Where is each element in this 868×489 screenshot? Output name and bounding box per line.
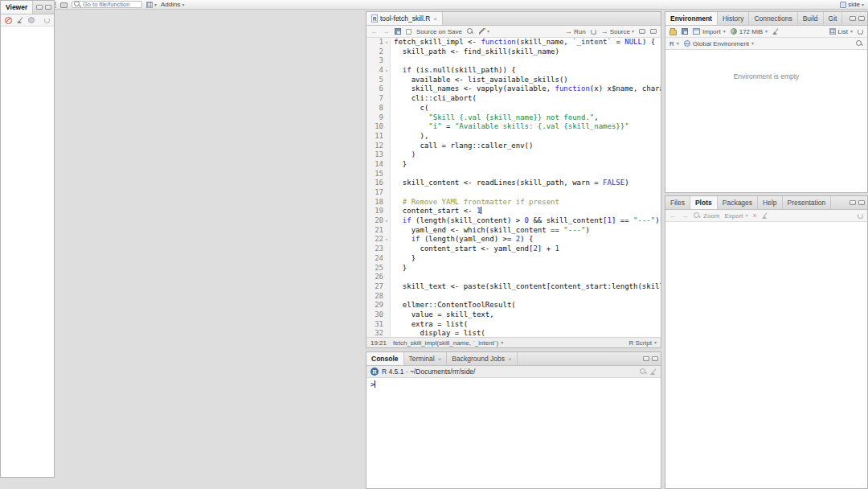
code-line[interactable]: fetch_skill_impl <- function(skill_name,… bbox=[394, 38, 661, 47]
code-line[interactable]: if (length(skill_content) > 0 && skill_c… bbox=[394, 216, 661, 226]
tab-presentation[interactable]: Presentation bbox=[783, 196, 832, 209]
code-line[interactable]: content_start <- 1 bbox=[394, 207, 661, 216]
tab-tool-fetch-skill[interactable]: R tool-fetch_skill.R × bbox=[366, 12, 443, 25]
code-line[interactable]: content_start <- yaml_end[2] + 1 bbox=[394, 244, 661, 254]
panes-layout-button[interactable]: ▾ bbox=[146, 2, 157, 8]
code-line[interactable]: if (is.null(skill_path)) { bbox=[394, 66, 661, 76]
line-number[interactable]: 17 bbox=[366, 188, 390, 198]
forward-icon[interactable]: → bbox=[383, 28, 390, 35]
line-number[interactable]: 20▾ bbox=[366, 216, 390, 226]
code-line[interactable] bbox=[394, 188, 661, 198]
code-line[interactable] bbox=[394, 273, 661, 282]
line-number[interactable]: 8 bbox=[366, 104, 390, 113]
back-icon[interactable]: ← bbox=[669, 212, 677, 220]
publish-icon[interactable] bbox=[28, 17, 35, 23]
scope-selector[interactable]: fetch_skill_impl(skill_name, `_intent`)▾ bbox=[393, 339, 503, 347]
line-number[interactable]: 21 bbox=[366, 226, 390, 236]
line-number[interactable]: 15 bbox=[366, 170, 390, 179]
code-line[interactable]: skill_content <- readLines(skill_path, w… bbox=[394, 179, 661, 188]
code-line[interactable]: display = list( bbox=[394, 329, 661, 337]
code-line[interactable]: value = skill_text, bbox=[394, 310, 661, 320]
broom-icon[interactable] bbox=[650, 368, 657, 375]
code-line[interactable]: skill_path <- find_skill(skill_name) bbox=[394, 47, 661, 57]
zoom-button[interactable]: Zoom bbox=[694, 212, 719, 220]
line-number[interactable]: 16 bbox=[366, 179, 390, 188]
line-number[interactable]: 25 bbox=[366, 264, 390, 273]
line-number[interactable]: 7 bbox=[366, 94, 390, 104]
import-dataset-button[interactable]: Import▾ bbox=[693, 28, 726, 35]
code-line[interactable]: } bbox=[394, 264, 661, 273]
minimize-pane-button[interactable] bbox=[643, 356, 649, 361]
search-icon[interactable] bbox=[856, 40, 863, 47]
code-line[interactable]: } bbox=[394, 160, 661, 170]
goto-file-input[interactable] bbox=[83, 1, 142, 8]
code-line[interactable]: if (length(yaml_end) >= 2) { bbox=[394, 235, 661, 244]
language-selector[interactable]: R▾ bbox=[669, 40, 679, 47]
code-line[interactable]: } bbox=[394, 254, 661, 264]
line-number[interactable]: 6 bbox=[366, 84, 390, 94]
line-number[interactable]: 24 bbox=[366, 254, 390, 264]
code-line[interactable]: available <- list_available_skills() bbox=[394, 76, 661, 85]
forward-icon[interactable]: → bbox=[682, 212, 689, 220]
tab-git[interactable]: Git bbox=[824, 12, 843, 25]
code-line[interactable]: cli::cli_abort( bbox=[394, 94, 661, 104]
refresh-icon[interactable] bbox=[858, 29, 863, 35]
console-output[interactable]: > bbox=[366, 378, 661, 488]
code-line[interactable]: ), bbox=[394, 132, 661, 142]
back-icon[interactable]: ← bbox=[371, 28, 378, 35]
maximize-pane-button[interactable] bbox=[858, 16, 865, 21]
close-tab-icon[interactable]: × bbox=[508, 355, 512, 363]
line-number[interactable]: 18 bbox=[366, 198, 390, 208]
minimize-pane-button[interactable] bbox=[850, 16, 856, 21]
tab-files[interactable]: Files bbox=[665, 196, 690, 209]
line-number[interactable]: 19 bbox=[366, 207, 390, 216]
tab-viewer[interactable]: Viewer bbox=[1, 1, 33, 14]
addins-button[interactable]: Addins▾ bbox=[161, 1, 184, 8]
close-tab-icon[interactable]: × bbox=[438, 355, 442, 363]
file-type-selector[interactable]: R Script▾ bbox=[629, 339, 657, 347]
line-number[interactable]: 11 bbox=[366, 132, 390, 142]
tab-terminal[interactable]: Terminal× bbox=[404, 352, 448, 365]
memory-usage-button[interactable]: 172 MiB▾ bbox=[731, 28, 768, 35]
code-line[interactable]: yaml_end <- which(skill_content == "---"… bbox=[394, 226, 661, 236]
clear-viewer-icon[interactable] bbox=[5, 17, 12, 24]
minimize-pane-button[interactable] bbox=[639, 29, 645, 34]
line-number[interactable]: 4▾ bbox=[366, 66, 390, 76]
code-editor[interactable]: 1▾234▾567891011121314151617181920▾2122▾2… bbox=[366, 38, 661, 337]
save-icon[interactable] bbox=[395, 28, 401, 35]
line-number[interactable]: 14 bbox=[366, 160, 390, 170]
line-number[interactable]: 30 bbox=[366, 310, 390, 320]
load-workspace-icon[interactable] bbox=[669, 30, 677, 35]
broom-icon[interactable] bbox=[762, 212, 768, 219]
print-button[interactable] bbox=[60, 1, 68, 8]
line-number[interactable]: 32 bbox=[366, 329, 390, 337]
minimize-pane-button[interactable] bbox=[850, 200, 856, 205]
code-line[interactable]: # Remove YAML frontmatter if present bbox=[394, 198, 661, 208]
line-number[interactable]: 22▾ bbox=[366, 235, 390, 244]
maximize-pane-button[interactable] bbox=[650, 29, 657, 34]
line-number[interactable]: 27 bbox=[366, 282, 390, 292]
code-line[interactable] bbox=[394, 56, 661, 66]
tab-packages[interactable]: Packages bbox=[718, 196, 758, 209]
code-line[interactable]: ellmer::ContentToolResult( bbox=[394, 301, 661, 310]
tab-plots[interactable]: Plots bbox=[690, 196, 718, 209]
line-number[interactable]: 9 bbox=[366, 113, 390, 123]
line-number[interactable]: 13 bbox=[366, 150, 390, 160]
line-number[interactable]: 28 bbox=[366, 292, 390, 302]
refresh-icon[interactable] bbox=[44, 18, 50, 23]
code-lines[interactable]: fetch_skill_impl <- function(skill_name,… bbox=[391, 38, 661, 337]
code-line[interactable]: c( bbox=[394, 104, 661, 113]
line-number[interactable]: 3 bbox=[366, 56, 390, 66]
list-view-button[interactable]: List▾ bbox=[829, 28, 853, 35]
code-line[interactable]: call = rlang::caller_env() bbox=[394, 142, 661, 151]
export-button[interactable]: Export▾ bbox=[724, 212, 747, 220]
tab-console[interactable]: Console bbox=[366, 352, 404, 365]
refresh-icon[interactable] bbox=[858, 213, 863, 219]
code-line[interactable]: skill_names <- vapply(available, functio… bbox=[394, 84, 661, 94]
code-line[interactable]: "i" = "Available skills: {.val {skill_na… bbox=[394, 122, 661, 132]
source-button[interactable]: →Source▾ bbox=[601, 28, 634, 35]
code-line[interactable]: "Skill {.val {skill_name}} not found.", bbox=[394, 113, 661, 123]
maximize-pane-button[interactable] bbox=[652, 356, 658, 361]
code-line[interactable]: ) bbox=[394, 150, 661, 160]
tab-history[interactable]: History bbox=[718, 12, 749, 25]
